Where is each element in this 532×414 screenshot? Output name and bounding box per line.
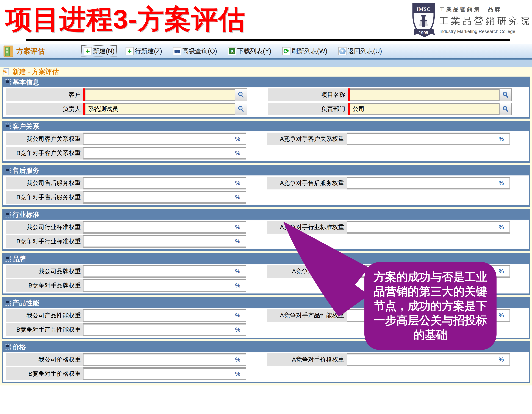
- weight-input[interactable]: [84, 178, 246, 188]
- percent-suffix: %: [235, 238, 240, 245]
- weight-input[interactable]: [84, 369, 246, 379]
- slide-header: 项目进程3-方案评估 IMSC 1999 工業品營銷第一品牌 工業品營銷研究院 …: [0, 0, 532, 44]
- project-name-input[interactable]: [350, 90, 499, 100]
- percent-suffix: %: [499, 312, 504, 319]
- section-title: 售后服务: [12, 166, 39, 175]
- new-button[interactable]: + 新建(N): [82, 46, 116, 56]
- competitor-a-weight-label: A竞争对手售后服务权重: [267, 177, 347, 189]
- owner-lookup-button[interactable]: [235, 103, 247, 115]
- weight-input[interactable]: [347, 354, 510, 365]
- competitor-b-weight-label: B竞争对手客户关系权重: [6, 147, 83, 159]
- customer-input[interactable]: [86, 90, 235, 100]
- field-row: 我公司品牌权重 % A竞争对手品牌权重 %: [6, 265, 529, 278]
- collapse-icon[interactable]: [5, 124, 11, 129]
- percent-suffix: %: [235, 282, 240, 289]
- weight-section: 产品性能 我公司产品性能权重 % A竞争对手产品性能权重 % B竞争对手产品性能…: [2, 297, 530, 339]
- competitor-b-weight-label: B竞争对手品牌权重: [6, 279, 83, 292]
- weight-input-box: %: [83, 147, 246, 159]
- percent-suffix: %: [499, 268, 504, 275]
- edit-page-icon: ✎: [2, 68, 10, 75]
- weight-input-box: %: [83, 265, 246, 278]
- row-new-button[interactable]: + 行新建(Z): [124, 46, 164, 56]
- collapse-icon[interactable]: [5, 300, 11, 306]
- field-row: B竞争对手品牌权重 %: [6, 279, 529, 292]
- weight-section: 售后服务 我公司售后服务权重 % A竞争对手售后服务权重 % B竞争对手售后服务…: [2, 165, 530, 207]
- weight-input[interactable]: [84, 266, 246, 276]
- section-body: 我公司价格权重 % A竞争对手价格权重 % B竞争对手价格权重 %: [3, 352, 529, 382]
- download-list-button[interactable]: X 下载列表(Y): [226, 46, 273, 56]
- customer-lookup-button[interactable]: [235, 88, 247, 101]
- weight-input[interactable]: [84, 222, 246, 232]
- field-row: 客户 项目名称: [6, 88, 529, 101]
- collapse-icon[interactable]: [5, 168, 11, 173]
- logo-org-name-en: Industry Marketing Research College: [439, 29, 532, 34]
- back-to-list-button[interactable]: ▼ 返回列表(U): [337, 46, 384, 56]
- owner-input[interactable]: [86, 104, 235, 114]
- weight-input-box: %: [83, 353, 246, 366]
- weight-input[interactable]: [347, 266, 510, 276]
- weight-input[interactable]: [347, 134, 510, 144]
- weight-input[interactable]: [84, 354, 246, 365]
- app-toolbar: 方案评估 + 新建(N) + 行新建(Z) 高级查询(Q) X 下载列表(Y) …: [0, 44, 532, 60]
- field-row: B竞争对手产品性能权重 %: [6, 323, 529, 336]
- collapse-dot: [6, 81, 9, 83]
- weight-input[interactable]: [84, 324, 246, 335]
- collapse-icon[interactable]: [5, 344, 11, 350]
- weight-input-box: %: [83, 191, 246, 204]
- competitor-b-weight-label: B竞争对手价格权重: [6, 367, 83, 380]
- collapse-icon[interactable]: [5, 79, 11, 85]
- refresh-list-button[interactable]: ⟳ 刷新列表(W): [281, 46, 329, 56]
- weight-input[interactable]: [84, 280, 246, 291]
- section-body: 我公司售后服务权重 % A竞争对手售后服务权重 % B竞争对手售后服务权重 %: [3, 175, 529, 205]
- section-body: 我公司品牌权重 % A竞争对手品牌权重 % B竞争对手品牌权重 %: [3, 264, 529, 294]
- weight-input[interactable]: [347, 222, 510, 232]
- section-body: 我公司客户关系权重 % A竞争对手客户关系权重 % B竞争对手客户关系权重 %: [3, 131, 529, 161]
- collapse-icon[interactable]: [5, 212, 11, 217]
- customer-field-label: 客户: [6, 88, 83, 101]
- percent-suffix: %: [235, 194, 240, 201]
- our-company-weight-label: 我公司售后服务权重: [6, 177, 83, 189]
- weight-input[interactable]: [84, 310, 246, 321]
- shield-logo-icon: IMSC 1999: [412, 3, 436, 37]
- weight-sections: 客户关系 我公司客户关系权重 % A竞争对手客户关系权重 % B竞争对手客户关系…: [2, 121, 530, 383]
- collapse-icon[interactable]: [5, 256, 11, 262]
- section-header: 售后服务: [3, 166, 529, 175]
- department-lookup-button[interactable]: [500, 103, 512, 115]
- weight-input[interactable]: [84, 148, 246, 158]
- percent-suffix: %: [499, 180, 504, 186]
- competitor-b-weight-label: B竞争对手产品性能权重: [6, 323, 83, 336]
- weight-input-box: %: [83, 177, 246, 189]
- weight-input[interactable]: [347, 310, 510, 321]
- our-company-weight-label: 我公司客户关系权重: [6, 133, 83, 145]
- slide-title: 项目进程3-方案评估: [5, 2, 245, 37]
- advanced-search-button-label: 高级查询(Q): [182, 47, 217, 55]
- section-body: 我公司产品性能权重 % A竞争对手产品性能权重 % B竞争对手产品性能权重 %: [3, 308, 529, 338]
- title-underline: [26, 39, 510, 41]
- section-header: 行业标准: [3, 210, 529, 220]
- weight-input-box: %: [83, 323, 246, 336]
- department-input-box: [350, 103, 500, 115]
- weight-input-box: %: [347, 353, 510, 366]
- project-name-lookup-button[interactable]: [500, 88, 512, 101]
- required-marker: [348, 103, 350, 115]
- collapse-dot: [6, 345, 9, 347]
- weight-input-box: %: [347, 265, 510, 278]
- weight-input[interactable]: [84, 192, 246, 202]
- department-input[interactable]: [350, 104, 499, 114]
- competitor-a-weight-label: A竞争对手产品性能权重: [267, 309, 347, 322]
- field-row: 我公司客户关系权重 % A竞争对手客户关系权重 %: [6, 133, 529, 145]
- weight-input[interactable]: [84, 134, 246, 144]
- new-button-label: 新建(N): [93, 47, 114, 55]
- weight-input[interactable]: [84, 236, 246, 247]
- project-name-input-box: [350, 88, 500, 101]
- collapse-dot: [6, 301, 9, 303]
- advanced-search-button[interactable]: 高级查询(Q): [171, 46, 219, 56]
- department-field-label: 负责部门: [268, 103, 348, 115]
- percent-suffix: %: [235, 370, 240, 377]
- weight-input[interactable]: [347, 178, 510, 188]
- required-marker: [348, 88, 350, 101]
- collapse-dot: [6, 125, 9, 127]
- collapse-dot: [6, 257, 9, 259]
- owner-field-label: 负责人: [6, 103, 83, 115]
- weight-section: 品牌 我公司品牌权重 % A竞争对手品牌权重 % B竞争对手品牌权重: [2, 253, 530, 295]
